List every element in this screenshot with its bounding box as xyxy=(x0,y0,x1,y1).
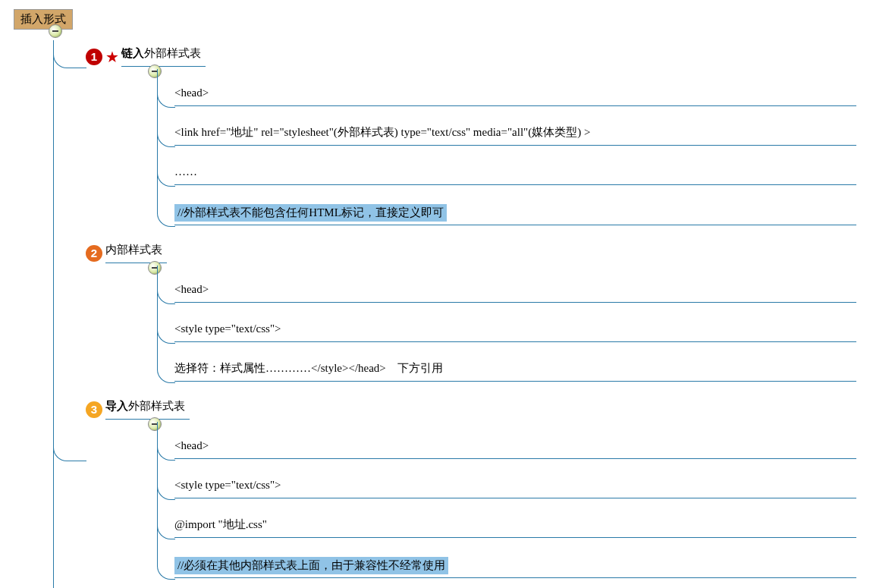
child-node: //必须在其他内部样式表上面，由于兼容性不经常使用 xyxy=(112,554,856,580)
child-node: <head> xyxy=(112,279,856,305)
connector-line xyxy=(157,266,175,383)
leaf-row[interactable]: <link href="地址" rel="stylesheet"(外部样式表) … xyxy=(174,122,856,148)
branch-3: 3导入外部样式表<head><style type="text/css">@im… xyxy=(14,396,856,580)
leaf-row[interactable]: <style type="text/css"> xyxy=(174,319,856,344)
branch-title-row[interactable]: 2内部样式表 xyxy=(86,240,856,266)
connector-line xyxy=(157,266,158,370)
branch-title: 导入外部样式表 xyxy=(105,399,190,420)
child-node: …… xyxy=(112,162,856,187)
children: <head><style type="text/css">选择符：样式属性………… xyxy=(112,279,856,384)
child-node: <head> xyxy=(112,83,856,108)
number-badge: 1 xyxy=(86,49,102,65)
leaf-row[interactable]: //必须在其他内部样式表上面，由于兼容性不经常使用 xyxy=(174,554,856,580)
leaf-text: <head> xyxy=(174,86,856,106)
leaf-text: //必须在其他内部样式表上面，由于兼容性不经常使用 xyxy=(174,557,856,578)
child-node: <link href="地址" rel="stylesheet"(外部样式表) … xyxy=(112,122,856,148)
leaf-text: <link href="地址" rel="stylesheet"(外部样式表) … xyxy=(174,125,856,146)
leaf-text: 选择符：样式属性…………</style></head> 下方引用 xyxy=(174,361,856,382)
branch-title-row[interactable]: 1★链入外部样式表 xyxy=(86,43,856,69)
children: <head><link href="地址" rel="stylesheet"(外… xyxy=(112,83,856,228)
leaf-text: //外部样式表不能包含任何HTML标记，直接定义即可 xyxy=(174,204,856,225)
leaf-text: <head> xyxy=(174,439,856,459)
leaf-row[interactable]: <head> xyxy=(174,83,856,108)
leaf-text: <head> xyxy=(174,282,856,303)
leaf-text: <style type="text/css"> xyxy=(174,478,856,498)
branch-title: 链入外部样式表 xyxy=(121,46,206,67)
child-node: //外部样式表不能包含任何HTML标记，直接定义即可 xyxy=(112,201,856,228)
child-node: <head> xyxy=(112,435,856,461)
branch-title: 内部样式表 xyxy=(105,243,167,263)
child-node: <style type="text/css"> xyxy=(112,475,856,501)
leaf-row[interactable]: <head> xyxy=(174,279,856,305)
leaf-row[interactable]: <head> xyxy=(174,435,856,461)
connector-line xyxy=(157,422,158,567)
mindmap-tree: 插入形式 1★链入外部样式表<head><link href="地址" rel=… xyxy=(14,9,856,588)
connector-line xyxy=(157,422,175,580)
leaf-row[interactable]: …… xyxy=(174,162,856,187)
branch-1: 1★链入外部样式表<head><link href="地址" rel="styl… xyxy=(14,43,856,228)
child-node: @import "地址.css" xyxy=(112,514,856,540)
branch-title-row[interactable]: 3导入外部样式表 xyxy=(86,396,856,422)
connector-line xyxy=(53,43,54,588)
leaf-row[interactable]: @import "地址.css" xyxy=(174,514,856,540)
star-icon: ★ xyxy=(105,49,119,64)
collapse-icon[interactable] xyxy=(49,24,62,38)
root-node: 插入形式 xyxy=(14,9,73,30)
connector-line xyxy=(157,69,175,227)
branch-2: 2内部样式表<head><style type="text/css">选择符：样… xyxy=(14,240,856,384)
connector-line xyxy=(157,69,158,214)
leaf-text: @import "地址.css" xyxy=(174,517,856,538)
leaf-row[interactable]: 选择符：样式属性…………</style></head> 下方引用 xyxy=(174,358,856,384)
children: <head><style type="text/css">@import "地址… xyxy=(112,435,856,580)
child-node: <style type="text/css"> xyxy=(112,319,856,344)
leaf-text: …… xyxy=(174,165,856,185)
leaf-row[interactable]: //外部样式表不能包含任何HTML标记，直接定义即可 xyxy=(174,201,856,228)
number-badge: 2 xyxy=(86,245,102,262)
leaf-row[interactable]: <style type="text/css"> xyxy=(174,475,856,501)
number-badge: 3 xyxy=(86,401,102,418)
leaf-text: <style type="text/css"> xyxy=(174,322,856,342)
connector-line xyxy=(53,40,86,68)
child-node: 选择符：样式属性…………</style></head> 下方引用 xyxy=(112,358,856,384)
